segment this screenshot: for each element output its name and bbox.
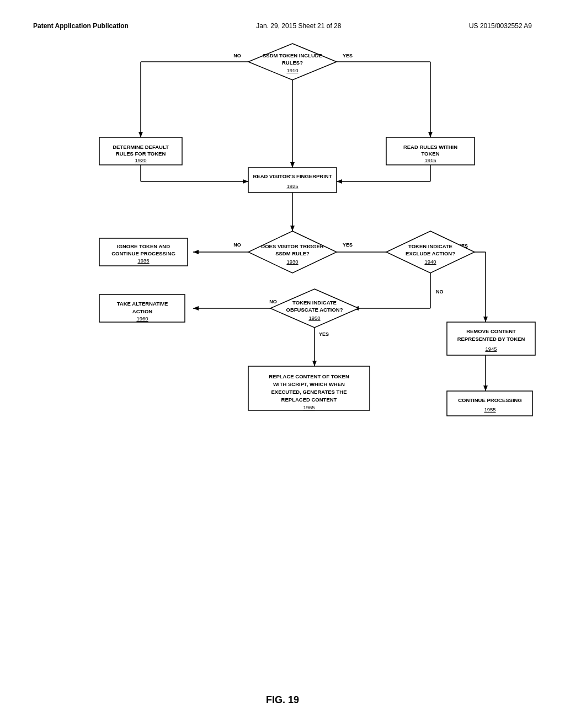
node-1940-num: 1940 [424,259,436,265]
yes-label-1950: YES [319,331,329,337]
node-1930-label2: SSDM RULE? [275,250,310,256]
header-center: Jan. 29, 2015 Sheet 21 of 28 [256,22,341,30]
node-1925-label1: READ VISITOR'S FINGERPRINT [253,173,332,179]
yes-label-1930: YES [343,242,353,248]
no-label-1930: NO [233,242,241,248]
node-1935-num: 1935 [137,258,149,264]
svg-rect-43 [248,366,370,410]
node-1960-label1: TAKE ALTERNATIVE [117,301,168,307]
node-1965-label4: REPLACED CONTENT [281,397,337,403]
node-1950-num: 1950 [308,315,320,321]
node-1910-label2: RULES? [282,60,303,66]
node-1965-num: 1965 [303,404,315,410]
node-1945-label2: REPRESENTED BY TOKEN [457,336,525,342]
node-1935-label1: IGNORE TOKEN AND [117,243,170,249]
node-1940-label2: EXCLUDE ACTION? [406,250,455,256]
node-1920-label1: DETERMINE DEFAULT [113,144,169,150]
header-left: Patent Application Publication [33,22,129,30]
node-1925-num: 1925 [286,183,298,189]
svg-marker-13 [337,179,342,184]
svg-marker-25 [483,317,488,322]
flowchart-diagram: NO YES NO YES NO YES NO YES SSDM TOKEN I… [33,41,532,537]
node-1945-label1: REMOVE CONTENT [466,328,516,334]
no-label-1910: NO [233,53,241,58]
svg-marker-7 [428,132,433,137]
node-1945-num: 1945 [485,346,497,352]
svg-marker-31 [483,386,488,391]
svg-marker-1 [290,162,295,168]
node-1915-num: 1915 [424,157,436,163]
node-1920-label2: RULES FOR TOKEN [116,151,166,157]
svg-marker-27 [193,306,199,311]
no-label-1940: NO [436,289,444,295]
svg-marker-10 [243,179,248,184]
node-1950-label1: TOKEN INDICATE [292,299,337,306]
page-header: Patent Application Publication Jan. 29, … [33,22,532,30]
node-1960-label2: ACTION [132,308,153,314]
node-1965-label3: EXECUTED, GENERATES THE [271,389,347,395]
svg-marker-4 [138,132,143,137]
node-1950-label2: OBFUSCATE ACTION? [286,307,343,313]
header-right: US 2015/0032552 A9 [469,22,532,30]
node-1940-label1: TOKEN INDICATE [408,243,452,249]
node-1965-label1: REPLACE CONTENT OF TOKEN [269,373,349,379]
node-1935-label2: CONTINUE PROCESSING [111,250,175,256]
node-1910-num: 1910 [286,67,298,73]
svg-marker-17 [193,250,199,254]
node-1930-label1: DOES VISITOR TRIGGER [261,243,323,249]
node-1920-num: 1920 [135,157,146,163]
node-1910-label: SSDM TOKEN INCLUDE [263,52,322,58]
svg-marker-15 [290,226,295,231]
node-1915-label2: TOKEN [421,151,439,157]
page: Patent Application Publication Jan. 29, … [0,0,565,728]
no-label-1950: NO [269,299,277,304]
node-1915-label1: READ RULES WITHIN [403,144,457,150]
node-1965-label2: WITH SCRIPT, WHICH WHEN [273,381,345,387]
yes-label-1910: YES [343,53,353,58]
node-1930-num: 1930 [286,259,298,265]
node-1960-num: 1960 [136,315,148,322]
node-1955-label1: CONTINUE PROCESSING [458,397,522,403]
node-1955-num: 1955 [484,406,495,413]
svg-marker-29 [312,361,317,366]
figure-label: FIG. 19 [266,694,299,706]
